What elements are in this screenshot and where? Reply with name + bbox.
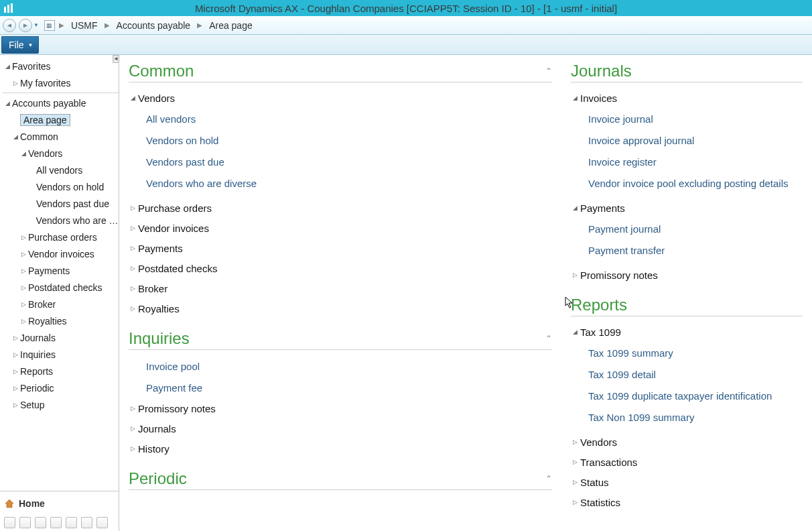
- link-payment-journal[interactable]: Payment journal: [571, 218, 803, 239]
- group-invoices[interactable]: ◢Invoices: [571, 88, 803, 108]
- link-vendors-on-hold[interactable]: Vendors on hold: [129, 129, 552, 151]
- section-journals-header[interactable]: Journals: [571, 62, 803, 82]
- group-royalties[interactable]: ▷Royalties: [129, 298, 552, 318]
- group-payments[interactable]: ▷Payments: [129, 238, 552, 258]
- group-jrnl-payments[interactable]: ◢Payments: [571, 198, 803, 218]
- group-report-status[interactable]: ▷Status: [571, 472, 803, 492]
- group-report-statistics[interactable]: ▷Statistics: [571, 492, 803, 512]
- link-tax-1099-duplicate[interactable]: Tax 1099 duplicate taxpayer identificati…: [571, 385, 803, 406]
- link-vendors-diverse[interactable]: Vendors who are diverse: [129, 172, 552, 194]
- tree-inquiries[interactable]: ▷Inquiries: [3, 346, 119, 363]
- group-purchase-orders[interactable]: ▷Purchase orders: [129, 198, 552, 218]
- breadcrumb-page[interactable]: Area page: [206, 20, 255, 31]
- tree-postdated-checks[interactable]: ▷Postdated checks: [3, 279, 119, 296]
- tree-my-favorites[interactable]: ▷My favorites: [3, 74, 119, 91]
- module-shortcut-3[interactable]: [35, 517, 46, 528]
- navigation-sidebar: ◄ ◢Favorites ▷My favorites ◢Accounts pay…: [0, 55, 119, 531]
- breadcrumb-separator: ▶: [103, 21, 111, 29]
- title-bar: Microsoft Dynamics AX - Coughlan Compani…: [0, 0, 812, 16]
- group-jrnl-promissory[interactable]: ▷Promissory notes: [571, 265, 803, 285]
- chevron-up-icon: ⌃: [545, 334, 552, 343]
- section-inquiries-header[interactable]: Inquiries ⌃: [129, 329, 552, 350]
- tree-periodic[interactable]: ▷Periodic: [3, 379, 119, 396]
- link-payment-transfer[interactable]: Payment transfer: [571, 239, 803, 261]
- breadcrumb-separator: ▶: [196, 21, 204, 29]
- module-shortcut-4[interactable]: [50, 517, 62, 528]
- file-menu-label: File: [9, 40, 24, 50]
- tree-vendors-diverse[interactable]: Vendors who are d...: [3, 212, 119, 229]
- section-periodic-header[interactable]: Periodic ⌃: [129, 469, 552, 490]
- home-icon: [4, 498, 15, 509]
- tree-vendors[interactable]: ◢Vendors: [3, 145, 119, 162]
- window-title: Microsoft Dynamics AX - Coughlan Compani…: [0, 3, 812, 14]
- group-inq-journals[interactable]: ▷Journals: [129, 418, 552, 438]
- group-history[interactable]: ▷History: [129, 438, 552, 459]
- tree-payments[interactable]: ▷Payments: [3, 262, 119, 279]
- home-label: Home: [19, 498, 45, 509]
- link-vendors-past-due[interactable]: Vendors past due: [129, 151, 552, 172]
- view-grid-icon[interactable]: ▦: [44, 20, 55, 31]
- tree-vendor-invoices[interactable]: ▷Vendor invoices: [3, 245, 119, 262]
- area-page-content: Common ⌃ ◢Vendors All vendors Vendors on…: [119, 55, 812, 531]
- module-shortcut-2[interactable]: [19, 517, 31, 528]
- group-broker[interactable]: ▷Broker: [129, 278, 552, 298]
- tree-purchase-orders[interactable]: ▷Purchase orders: [3, 229, 119, 245]
- address-bar: ◄ ► ▼ ▦ ▶ USMF ▶ Accounts payable ▶ Area…: [0, 16, 812, 35]
- tree-royalties[interactable]: ▷Royalties: [3, 312, 119, 329]
- breadcrumb-module[interactable]: Accounts payable: [114, 20, 194, 31]
- section-common-title: Common: [129, 62, 545, 80]
- link-invoice-pool[interactable]: Invoice pool: [129, 355, 552, 377]
- tree-divider: [3, 93, 119, 93]
- link-tax-non-1099-summary[interactable]: Tax Non 1099 summary: [571, 406, 803, 428]
- link-vendor-invoice-pool[interactable]: Vendor invoice pool excluding posting de…: [571, 172, 803, 194]
- breadcrumb-separator: ▶: [58, 21, 66, 29]
- module-shortcut-5[interactable]: [66, 517, 77, 528]
- section-reports-header[interactable]: Reports: [571, 296, 803, 316]
- link-invoice-register[interactable]: Invoice register: [571, 151, 803, 172]
- tree-journals[interactable]: ▷Journals: [3, 329, 119, 346]
- section-common-header[interactable]: Common ⌃: [129, 62, 552, 82]
- tree-setup[interactable]: ▷Setup: [3, 396, 119, 413]
- link-invoice-approval-journal[interactable]: Invoice approval journal: [571, 129, 803, 151]
- svg-marker-3: [5, 499, 13, 508]
- section-journals-title: Journals: [571, 62, 803, 80]
- breadcrumb-company[interactable]: USMF: [68, 20, 100, 31]
- group-report-vendors[interactable]: ▷Vendors: [571, 432, 803, 452]
- nav-forward-button[interactable]: ►: [19, 19, 32, 32]
- group-promissory-notes[interactable]: ▷Promissory notes: [129, 398, 552, 418]
- tree-vendors-on-hold[interactable]: Vendors on hold: [3, 178, 119, 195]
- module-shortcut-6[interactable]: [81, 517, 92, 528]
- tree-broker[interactable]: ▷Broker: [3, 296, 119, 312]
- group-tax-1099[interactable]: ◢Tax 1099: [571, 322, 803, 342]
- section-inquiries-title: Inquiries: [129, 329, 545, 348]
- content-left-column: Common ⌃ ◢Vendors All vendors Vendors on…: [119, 55, 561, 531]
- chevron-down-icon: ▼: [28, 42, 33, 48]
- group-report-transactions[interactable]: ▷Transactions: [571, 452, 803, 472]
- link-tax-1099-detail[interactable]: Tax 1099 detail: [571, 363, 803, 385]
- sidebar-collapse-handle[interactable]: ◄: [113, 55, 119, 63]
- group-vendors[interactable]: ◢Vendors: [129, 88, 552, 108]
- tree-favorites[interactable]: ◢Favorites: [3, 58, 119, 74]
- tree-common[interactable]: ◢Common: [3, 128, 119, 145]
- tree-vendors-past-due[interactable]: Vendors past due: [3, 195, 119, 212]
- tree-reports[interactable]: ▷Reports: [3, 363, 119, 379]
- home-button[interactable]: Home: [4, 495, 115, 512]
- nav-back-button[interactable]: ◄: [3, 19, 16, 32]
- section-periodic-title: Periodic: [129, 469, 545, 488]
- link-tax-1099-summary[interactable]: Tax 1099 summary: [571, 342, 803, 363]
- tree-accounts-payable[interactable]: ◢Accounts payable: [3, 95, 119, 111]
- tree-area-page[interactable]: Area page: [3, 111, 119, 128]
- group-postdated-checks[interactable]: ▷Postdated checks: [129, 258, 552, 278]
- group-vendor-invoices[interactable]: ▷Vendor invoices: [129, 218, 552, 238]
- link-invoice-journal[interactable]: Invoice journal: [571, 108, 803, 129]
- link-payment-fee[interactable]: Payment fee: [129, 377, 552, 398]
- content-right-column: Journals ◢Invoices Invoice journal Invoi…: [561, 55, 812, 531]
- section-reports-title: Reports: [571, 296, 803, 314]
- chevron-up-icon: ⌃: [545, 474, 552, 483]
- file-menu-button[interactable]: File ▼: [1, 36, 39, 54]
- module-shortcut-7[interactable]: [96, 517, 108, 528]
- module-shortcut-1[interactable]: [4, 517, 15, 528]
- tree-all-vendors[interactable]: All vendors: [3, 162, 119, 178]
- link-all-vendors[interactable]: All vendors: [129, 108, 552, 129]
- nav-history-dropdown[interactable]: ▼: [33, 22, 39, 28]
